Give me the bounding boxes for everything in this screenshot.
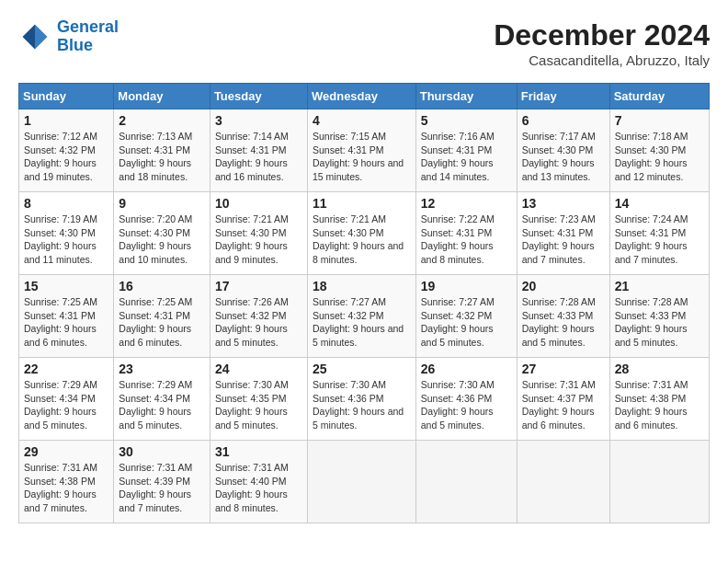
weekday-header-saturday: Saturday [609, 84, 709, 109]
title-block: December 2024 Casacanditella, Abruzzo, I… [494, 18, 710, 68]
day-number: 21 [615, 279, 704, 293]
day-number: 2 [119, 113, 205, 128]
weekday-header-thursday: Thursday [415, 84, 517, 109]
day-number: 30 [119, 444, 205, 459]
day-info: Sunrise: 7:21 AMSunset: 4:30 PMDaylight:… [313, 213, 411, 267]
calendar-cell [415, 441, 517, 523]
day-info: Sunrise: 7:18 AMSunset: 4:30 PMDaylight:… [615, 130, 704, 184]
calendar-week-1: 1Sunrise: 7:12 AMSunset: 4:32 PMDaylight… [19, 109, 710, 192]
day-number: 12 [421, 196, 512, 211]
logo-line2: Blue [57, 36, 93, 54]
calendar-cell [517, 441, 609, 523]
day-number: 6 [522, 113, 605, 128]
day-number: 29 [24, 444, 108, 459]
day-info: Sunrise: 7:20 AMSunset: 4:30 PMDaylight:… [119, 213, 205, 267]
day-number: 28 [615, 362, 704, 376]
calendar-cell: 21Sunrise: 7:28 AMSunset: 4:33 PMDayligh… [609, 275, 709, 358]
day-info: Sunrise: 7:15 AMSunset: 4:31 PMDaylight:… [313, 130, 411, 184]
weekday-header-sunday: Sunday [19, 84, 114, 109]
calendar-cell: 1Sunrise: 7:12 AMSunset: 4:32 PMDaylight… [19, 109, 114, 192]
day-number: 19 [421, 279, 512, 293]
calendar-cell: 30Sunrise: 7:31 AMSunset: 4:39 PMDayligh… [114, 441, 210, 523]
calendar-cell [609, 441, 709, 523]
calendar-cell: 4Sunrise: 7:15 AMSunset: 4:31 PMDaylight… [307, 109, 415, 192]
calendar-cell: 24Sunrise: 7:30 AMSunset: 4:35 PMDayligh… [210, 358, 307, 441]
calendar-cell: 6Sunrise: 7:17 AMSunset: 4:30 PMDaylight… [517, 109, 609, 192]
calendar-cell: 5Sunrise: 7:16 AMSunset: 4:31 PMDaylight… [415, 109, 517, 192]
day-number: 24 [215, 362, 302, 376]
day-info: Sunrise: 7:29 AMSunset: 4:34 PMDaylight:… [119, 378, 205, 432]
day-info: Sunrise: 7:31 AMSunset: 4:39 PMDaylight:… [119, 461, 205, 515]
day-number: 25 [313, 362, 411, 376]
calendar-cell: 12Sunrise: 7:22 AMSunset: 4:31 PMDayligh… [415, 192, 517, 275]
day-info: Sunrise: 7:31 AMSunset: 4:37 PMDaylight:… [522, 378, 605, 432]
calendar-table: SundayMondayTuesdayWednesdayThursdayFrid… [18, 83, 710, 523]
day-info: Sunrise: 7:27 AMSunset: 4:32 PMDaylight:… [313, 295, 411, 350]
calendar-cell: 27Sunrise: 7:31 AMSunset: 4:37 PMDayligh… [517, 358, 609, 441]
day-info: Sunrise: 7:29 AMSunset: 4:34 PMDaylight:… [24, 378, 108, 432]
day-info: Sunrise: 7:30 AMSunset: 4:36 PMDaylight:… [313, 378, 411, 432]
month-title: December 2024 [494, 18, 710, 52]
day-number: 31 [215, 444, 302, 459]
day-info: Sunrise: 7:26 AMSunset: 4:32 PMDaylight:… [215, 295, 302, 350]
day-info: Sunrise: 7:30 AMSunset: 4:35 PMDaylight:… [215, 378, 302, 432]
day-info: Sunrise: 7:28 AMSunset: 4:33 PMDaylight:… [522, 295, 605, 350]
day-info: Sunrise: 7:30 AMSunset: 4:36 PMDaylight:… [421, 378, 512, 432]
day-number: 16 [119, 279, 205, 293]
logo-text: General Blue [57, 18, 119, 55]
day-number: 26 [421, 362, 512, 376]
calendar-cell: 15Sunrise: 7:25 AMSunset: 4:31 PMDayligh… [19, 275, 114, 358]
weekday-header-friday: Friday [517, 84, 609, 109]
day-info: Sunrise: 7:27 AMSunset: 4:32 PMDaylight:… [421, 295, 512, 350]
day-info: Sunrise: 7:25 AMSunset: 4:31 PMDaylight:… [119, 295, 205, 350]
svg-marker-0 [35, 24, 48, 49]
day-number: 18 [313, 279, 411, 293]
calendar-cell: 26Sunrise: 7:30 AMSunset: 4:36 PMDayligh… [415, 358, 517, 441]
day-number: 7 [615, 113, 704, 128]
day-number: 3 [215, 113, 302, 128]
day-info: Sunrise: 7:19 AMSunset: 4:30 PMDaylight:… [24, 213, 108, 267]
calendar-week-4: 22Sunrise: 7:29 AMSunset: 4:34 PMDayligh… [19, 358, 710, 441]
calendar-cell: 13Sunrise: 7:23 AMSunset: 4:31 PMDayligh… [517, 192, 609, 275]
day-number: 22 [24, 362, 108, 376]
calendar-cell: 16Sunrise: 7:25 AMSunset: 4:31 PMDayligh… [114, 275, 210, 358]
day-number: 17 [215, 279, 302, 293]
weekday-header-tuesday: Tuesday [210, 84, 307, 109]
calendar-cell [307, 441, 415, 523]
day-info: Sunrise: 7:23 AMSunset: 4:31 PMDaylight:… [522, 213, 605, 267]
day-number: 27 [522, 362, 605, 376]
day-info: Sunrise: 7:21 AMSunset: 4:30 PMDaylight:… [215, 213, 302, 267]
logo: General Blue [18, 18, 119, 55]
day-info: Sunrise: 7:14 AMSunset: 4:31 PMDaylight:… [215, 130, 302, 184]
calendar-cell: 17Sunrise: 7:26 AMSunset: 4:32 PMDayligh… [210, 275, 307, 358]
day-number: 20 [522, 279, 605, 293]
calendar-cell: 19Sunrise: 7:27 AMSunset: 4:32 PMDayligh… [415, 275, 517, 358]
calendar-cell: 14Sunrise: 7:24 AMSunset: 4:31 PMDayligh… [609, 192, 709, 275]
calendar-cell: 2Sunrise: 7:13 AMSunset: 4:31 PMDaylight… [114, 109, 210, 192]
weekday-header-monday: Monday [114, 84, 210, 109]
calendar-week-5: 29Sunrise: 7:31 AMSunset: 4:38 PMDayligh… [19, 441, 710, 523]
weekday-header-wednesday: Wednesday [307, 84, 415, 109]
calendar-cell: 11Sunrise: 7:21 AMSunset: 4:30 PMDayligh… [307, 192, 415, 275]
location: Casacanditella, Abruzzo, Italy [494, 52, 710, 68]
day-number: 9 [119, 196, 205, 211]
calendar-cell: 10Sunrise: 7:21 AMSunset: 4:30 PMDayligh… [210, 192, 307, 275]
calendar-cell: 9Sunrise: 7:20 AMSunset: 4:30 PMDaylight… [114, 192, 210, 275]
day-info: Sunrise: 7:12 AMSunset: 4:32 PMDaylight:… [24, 130, 108, 184]
day-number: 14 [615, 196, 704, 211]
logo-icon [18, 20, 51, 53]
day-number: 5 [421, 113, 512, 128]
day-number: 1 [24, 113, 108, 128]
day-info: Sunrise: 7:31 AMSunset: 4:40 PMDaylight:… [215, 461, 302, 515]
calendar-cell: 7Sunrise: 7:18 AMSunset: 4:30 PMDaylight… [609, 109, 709, 192]
page-header: General Blue December 2024 Casacanditell… [18, 18, 710, 68]
day-info: Sunrise: 7:31 AMSunset: 4:38 PMDaylight:… [615, 378, 704, 432]
day-info: Sunrise: 7:24 AMSunset: 4:31 PMDaylight:… [615, 213, 704, 267]
day-info: Sunrise: 7:22 AMSunset: 4:31 PMDaylight:… [421, 213, 512, 267]
calendar-cell: 23Sunrise: 7:29 AMSunset: 4:34 PMDayligh… [114, 358, 210, 441]
calendar-cell: 31Sunrise: 7:31 AMSunset: 4:40 PMDayligh… [210, 441, 307, 523]
logo-line1: General [57, 17, 119, 36]
day-info: Sunrise: 7:28 AMSunset: 4:33 PMDaylight:… [615, 295, 704, 350]
calendar-week-3: 15Sunrise: 7:25 AMSunset: 4:31 PMDayligh… [19, 275, 710, 358]
calendar-cell: 29Sunrise: 7:31 AMSunset: 4:38 PMDayligh… [19, 441, 114, 523]
